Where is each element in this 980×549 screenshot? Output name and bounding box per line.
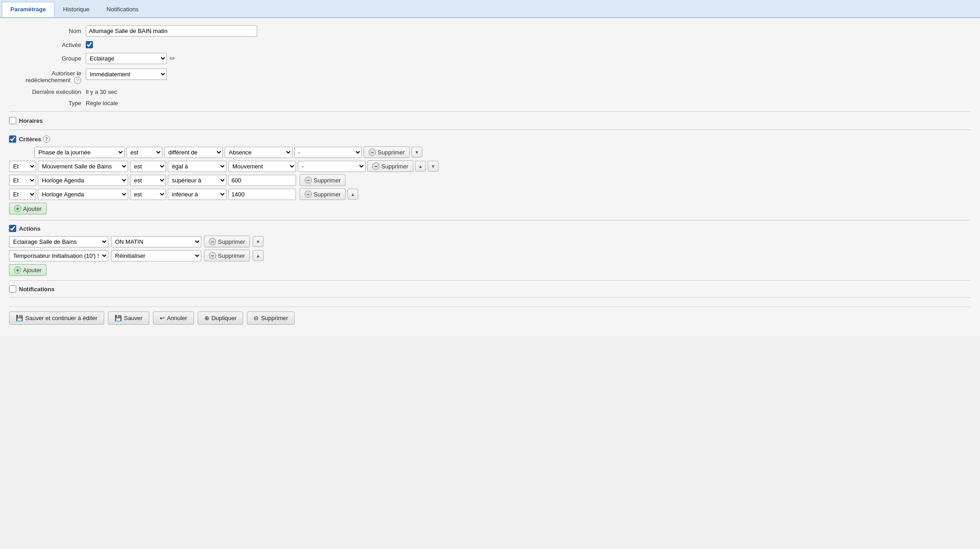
criteria-delete-3[interactable]: − Supprimer [300,188,346,200]
criteria-down-1[interactable]: ▼ [428,161,439,172]
criteria-val1-1[interactable]: Mouvement [228,161,296,172]
criteria-val1-2[interactable] [228,175,296,186]
derniere-row: Dernière exécution Il y a 30 sec [9,88,971,95]
action-value-0[interactable]: ON MATIN [111,236,201,247]
criteria-down-0[interactable]: ▼ [411,147,422,158]
action-delete-0[interactable]: − Supprimer [204,236,250,247]
criteria-up-3[interactable]: ▲ [347,189,358,200]
criteria-op1-3[interactable]: est [130,189,166,200]
duplicate-button[interactable]: ⊕ Dupliquer [198,312,244,325]
criteria-op1-0[interactable]: est [126,147,162,158]
criteria-op2-1[interactable]: égal à [168,161,227,172]
criteria-field-1[interactable]: Mouvement Salle de Bains [38,161,128,172]
action-minus-icon-1: − [209,252,216,259]
delete-icon: ⊖ [254,315,259,321]
minus-icon: − [369,149,376,156]
minus-icon-2: − [305,177,312,184]
criteria-add-button[interactable]: + Ajouter [9,203,46,214]
horaires-header: Horaires [9,117,971,124]
action-down-0[interactable]: ▼ [253,236,263,247]
criteres-header: Critères ? [9,135,971,143]
action-minus-icon-0: − [209,238,216,245]
actions-label: Actions [19,225,41,232]
criteria-delete-0[interactable]: − Supprimer [364,146,410,158]
criteria-row-1: Et Mouvement Salle de Bains est égal à M… [9,160,971,172]
criteria-up-1[interactable]: ▲ [415,161,426,172]
tab-historique[interactable]: Historique [55,2,98,17]
criteria-op2-3[interactable]: inférieur à [168,189,227,200]
action-plus-icon: + [14,266,21,274]
edit-icon[interactable]: ✏ [170,55,176,63]
criteria-delete-1[interactable]: − Supprimer [367,160,413,172]
criteria-prefix-1[interactable]: Et [9,161,36,172]
criteria-val2-1[interactable]: - [298,161,365,172]
save-continue-button[interactable]: 💾 Sauver et continuer à éditer [9,312,104,325]
horaires-checkbox[interactable] [9,117,16,124]
action-up-1[interactable]: ▲ [253,250,263,261]
notifications-header: Notifications [9,285,971,293]
notifications-label: Notifications [19,286,55,293]
criteria-val1-0[interactable]: Absence [225,147,292,158]
tab-bar: Paramétrage Historique Notifications [0,0,980,18]
action-field-1[interactable]: Temporisateur Initialisation (10') Sa [9,250,108,261]
nom-label: Nom [9,28,81,34]
actions-add-button[interactable]: + Ajouter [9,264,46,276]
delete-button[interactable]: ⊖ Supprimer [247,312,295,325]
criteria-op1-2[interactable]: est [130,175,166,186]
action-value-1[interactable]: Réinitialiser [111,250,201,261]
notifications-checkbox[interactable] [9,285,16,293]
derniere-value: Il y a 30 sec [86,88,117,95]
derniere-label: Dernière exécution [9,88,81,95]
groupe-select[interactable]: Eclairage [86,53,167,64]
groupe-label: Groupe [9,55,81,62]
help-icon[interactable]: ? [74,77,81,84]
horaires-section: Horaires [9,117,971,124]
criteres-checkbox[interactable] [9,135,16,143]
cancel-button[interactable]: ↩ Annuler [153,312,194,325]
criteria-field-0[interactable]: Phase de la journée [34,147,125,158]
type-row: Type Règle locale [9,100,971,107]
cancel-icon: ↩ [160,315,165,321]
save-button[interactable]: 💾 Sauver [108,312,149,325]
criteria-row-2: Et Horloge Agenda est supérieur à − Supp… [9,174,971,186]
action-delete-1[interactable]: − Supprimer [204,250,250,261]
save-icon: 💾 [115,315,122,321]
footer-buttons: 💾 Sauver et continuer à éditer 💾 Sauver … [9,307,971,329]
nom-row: Nom [9,25,971,37]
type-label: Type [9,100,81,107]
save-continue-icon: 💾 [16,315,23,321]
autoriser-select[interactable]: Immédiatement [86,69,167,80]
autoriser-label: Autoriser le redéclenchement ? [9,69,81,84]
criteria-val1-3[interactable] [228,189,296,200]
actions-header: Actions [9,225,971,232]
criteria-field-2[interactable]: Horloge Agenda [38,175,128,186]
criteria-op2-0[interactable]: différent de [164,147,223,158]
criteria-val2-0[interactable]: - [294,147,362,158]
actions-checkbox[interactable] [9,225,16,232]
groupe-row: Groupe Eclairage ✏ [9,53,971,64]
notifications-section: Notifications [9,285,971,293]
nom-input[interactable] [86,25,257,37]
action-row-0: Eclairage Salle de Bains ON MATIN − Supp… [9,236,971,247]
activee-label: Activée [9,42,81,48]
criteria-prefix-2[interactable]: Et [9,175,36,186]
criteres-section: Critères ? Phase de la journée est diffé… [9,135,971,214]
action-field-0[interactable]: Eclairage Salle de Bains [9,236,108,247]
criteria-delete-2[interactable]: − Supprimer [300,174,346,186]
tab-notifications[interactable]: Notifications [98,2,147,17]
criteria-prefix-3[interactable]: Et [9,189,36,200]
minus-icon-3: − [305,191,312,198]
criteria-op1-1[interactable]: est [130,161,166,172]
tab-parametrage[interactable]: Paramétrage [2,2,55,17]
duplicate-icon: ⊕ [204,315,209,321]
criteria-op2-2[interactable]: supérieur à [168,175,227,186]
action-row-1: Temporisateur Initialisation (10') Sa Ré… [9,250,971,261]
actions-section: Actions Eclairage Salle de Bains ON MATI… [9,225,971,276]
criteres-help-icon[interactable]: ? [43,135,50,143]
horaires-label: Horaires [19,117,43,124]
minus-icon-1: − [372,163,379,170]
activee-row: Activée [9,41,971,48]
criteria-field-3[interactable]: Horloge Agenda [38,189,128,200]
actions-add-row: + Ajouter [9,264,971,276]
activee-checkbox[interactable] [86,41,93,48]
